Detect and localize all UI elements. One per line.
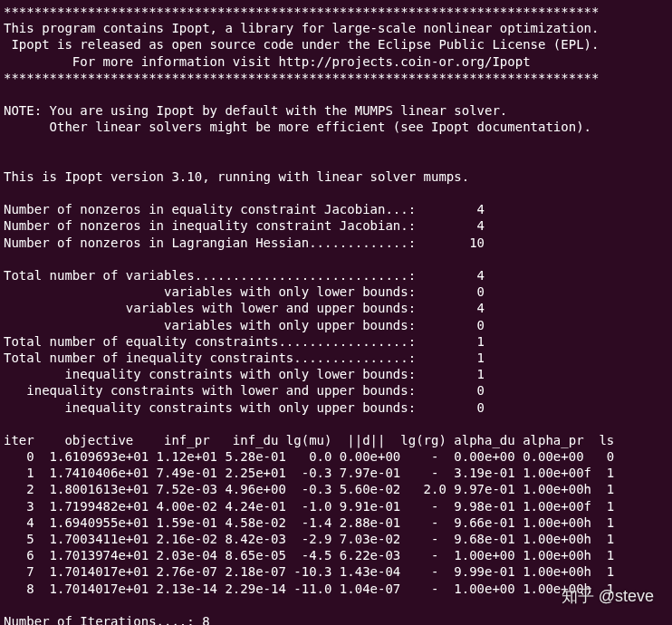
total-ineq-constraints: Total number of inequality constraints..… bbox=[4, 351, 485, 365]
note-solver-line2: Other linear solvers might be more effic… bbox=[4, 120, 591, 134]
nnz-ineq-jacobian: Number of nonzeros in inequality constra… bbox=[4, 218, 485, 233]
nnz-eq-jacobian: Number of nonzeros in equality constrain… bbox=[4, 202, 485, 216]
vars-lower-bounds: variables with only lower bounds: 0 bbox=[4, 284, 485, 299]
iteration-row-5: 5 1.7003411e+01 2.16e-02 8.42e-03 -2.9 7… bbox=[4, 532, 614, 546]
vars-upper-bounds: variables with only upper bounds: 0 bbox=[4, 318, 485, 332]
total-variables: Total number of variables...............… bbox=[4, 268, 485, 283]
note-solver-line1: NOTE: You are using Ipopt by default wit… bbox=[4, 103, 507, 118]
watermark-text: 知乎 @steve bbox=[562, 586, 654, 607]
header-url-info: For more information visit http://projec… bbox=[4, 54, 531, 69]
iteration-table-header: iter objective inf_pr inf_du lg(mu) ||d|… bbox=[4, 433, 614, 447]
vars-both-bounds: variables with lower and upper bounds: 4 bbox=[4, 301, 485, 315]
iteration-row-0: 0 1.6109693e+01 1.12e+01 5.28e-01 0.0 0.… bbox=[4, 449, 614, 464]
iteration-row-6: 6 1.7013974e+01 2.03e-04 8.65e-05 -4.5 6… bbox=[4, 548, 614, 562]
header-program-info: This program contains Ipopt, a library f… bbox=[4, 21, 599, 35]
iteration-row-1: 1 1.7410406e+01 7.49e-01 2.25e+01 -0.3 7… bbox=[4, 466, 614, 480]
number-of-iterations: Number of Iterations....: 8 bbox=[4, 614, 210, 625]
terminal-output: ****************************************… bbox=[4, 4, 668, 625]
version-line: This is Ipopt version 3.10, running with… bbox=[4, 169, 469, 184]
iteration-row-3: 3 1.7199482e+01 4.00e-02 4.24e-01 -1.0 9… bbox=[4, 499, 614, 514]
iteration-row-8: 8 1.7014017e+01 2.13e-14 2.29e-14 -11.0 … bbox=[4, 582, 614, 596]
iteration-row-2: 2 1.8001613e+01 7.52e-03 4.96e+00 -0.3 5… bbox=[4, 482, 614, 496]
iteration-row-4: 4 1.6940955e+01 1.59e-01 4.58e-02 -1.4 2… bbox=[4, 515, 614, 530]
total-eq-constraints: Total number of equality constraints....… bbox=[4, 334, 485, 349]
ineq-both-bounds: inequality constraints with lower and up… bbox=[4, 383, 485, 398]
header-border-bottom: ****************************************… bbox=[4, 71, 599, 85]
ineq-lower-bounds: inequality constraints with only lower b… bbox=[4, 367, 485, 381]
nnz-lagrangian-hessian: Number of nonzeros in Lagrangian Hessian… bbox=[4, 236, 485, 250]
header-license-info: Ipopt is released as open source code un… bbox=[4, 37, 599, 52]
iteration-row-7: 7 1.7014017e+01 2.76e-07 2.18e-07 -10.3 … bbox=[4, 564, 614, 579]
header-border-top: ****************************************… bbox=[4, 5, 599, 19]
ineq-upper-bounds: inequality constraints with only upper b… bbox=[4, 400, 485, 415]
